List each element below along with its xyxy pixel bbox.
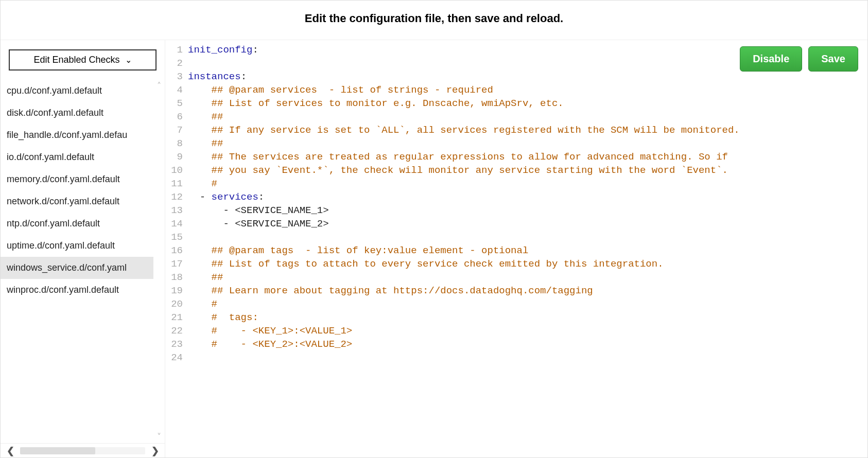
line-number: 5: [165, 97, 183, 110]
code-line[interactable]: ## @param services - list of strings - r…: [188, 83, 867, 97]
line-number: 6: [165, 110, 183, 124]
code-editor: Disable Save 123456789101112131415161718…: [165, 40, 867, 457]
file-item[interactable]: winproc.d/conf.yaml.default: [1, 279, 153, 301]
code-line[interactable]: [188, 231, 867, 244]
file-item[interactable]: memory.d/conf.yaml.default: [1, 168, 153, 190]
line-number: 13: [165, 204, 183, 217]
code-line[interactable]: ##: [188, 137, 867, 150]
line-number: 24: [165, 351, 183, 364]
code-line[interactable]: # tags:: [188, 311, 867, 324]
code-line[interactable]: - services:: [188, 190, 867, 204]
code-line[interactable]: ## Learn more about tagging at https://d…: [188, 284, 867, 297]
scrollbar-track[interactable]: [20, 447, 145, 454]
main-body: Edit Enabled Checks ⌄ cpu.d/conf.yaml.de…: [1, 40, 867, 457]
line-number: 1: [165, 43, 183, 57]
scroll-right-arrow[interactable]: ❯: [149, 445, 161, 456]
scroll-left-arrow[interactable]: ❮: [5, 445, 16, 456]
line-number: 10: [165, 164, 183, 177]
line-number: 11: [165, 177, 183, 190]
line-number: 12: [165, 190, 183, 204]
line-number: 20: [165, 297, 183, 311]
line-number-gutter: 123456789101112131415161718192021222324: [165, 43, 188, 457]
line-number: 23: [165, 338, 183, 351]
scroll-down-arrow[interactable]: ˅: [154, 432, 164, 441]
line-number: 21: [165, 311, 183, 324]
file-item[interactable]: ntp.d/conf.yaml.default: [1, 213, 153, 235]
code-line[interactable]: #: [188, 297, 867, 311]
line-number: 7: [165, 124, 183, 137]
app-container: Edit the configuration file, then save a…: [0, 0, 868, 458]
file-list-inner[interactable]: cpu.d/conf.yaml.defaultdisk.d/conf.yaml.…: [1, 80, 165, 443]
file-list: cpu.d/conf.yaml.defaultdisk.d/conf.yaml.…: [1, 80, 165, 443]
file-item[interactable]: network.d/conf.yaml.default: [1, 190, 153, 213]
line-number: 22: [165, 324, 183, 338]
dropdown-label: Edit Enabled Checks: [33, 55, 119, 65]
code-line[interactable]: ## The services are treated as regular e…: [188, 150, 867, 164]
line-number: 3: [165, 70, 183, 83]
line-number: 18: [165, 271, 183, 284]
save-button[interactable]: Save: [808, 46, 858, 72]
scrollbar-thumb[interactable]: [20, 447, 95, 454]
edit-enabled-checks-dropdown[interactable]: Edit Enabled Checks ⌄: [9, 49, 157, 71]
editor-actions: Disable Save: [740, 46, 858, 72]
code-area[interactable]: 123456789101112131415161718192021222324 …: [165, 40, 867, 457]
file-item[interactable]: windows_service.d/conf.yaml: [1, 257, 153, 279]
line-number: 15: [165, 231, 183, 244]
file-item[interactable]: uptime.d/conf.yaml.default: [1, 235, 153, 257]
code-line[interactable]: - <SERVICE_NAME_2>: [188, 217, 867, 231]
code-line[interactable]: ## If any service is set to `ALL`, all s…: [188, 124, 867, 137]
sidebar: Edit Enabled Checks ⌄ cpu.d/conf.yaml.de…: [1, 40, 165, 457]
line-number: 19: [165, 284, 183, 297]
code-line[interactable]: ##: [188, 110, 867, 124]
line-number: 9: [165, 150, 183, 164]
horizontal-scrollbar[interactable]: ❮ ❯: [1, 443, 165, 457]
line-number: 16: [165, 244, 183, 257]
line-number: 8: [165, 137, 183, 150]
code-line[interactable]: [188, 351, 867, 364]
code-line[interactable]: ## @param tags - list of key:value eleme…: [188, 244, 867, 257]
code-line[interactable]: #: [188, 177, 867, 190]
page-title: Edit the configuration file, then save a…: [1, 1, 867, 40]
line-number: 17: [165, 257, 183, 271]
file-item[interactable]: disk.d/conf.yaml.default: [1, 102, 153, 124]
code-line[interactable]: # - <KEY_1>:<VALUE_1>: [188, 324, 867, 338]
scroll-up-arrow[interactable]: ˄: [154, 81, 164, 90]
code-line[interactable]: ## List of tags to attach to every servi…: [188, 257, 867, 271]
line-number: 14: [165, 217, 183, 231]
file-item[interactable]: file_handle.d/conf.yaml.defau: [1, 124, 153, 146]
code-content[interactable]: init_config: instances: ## @param servic…: [188, 43, 867, 457]
file-item[interactable]: io.d/conf.yaml.default: [1, 146, 153, 168]
code-line[interactable]: ## you say `Event.*`, the check will mon…: [188, 164, 867, 177]
code-line[interactable]: instances:: [188, 70, 867, 83]
code-line[interactable]: ##: [188, 271, 867, 284]
code-line[interactable]: ## List of services to monitor e.g. Dnsc…: [188, 97, 867, 110]
code-line[interactable]: - <SERVICE_NAME_1>: [188, 204, 867, 217]
code-line[interactable]: # - <KEY_2>:<VALUE_2>: [188, 338, 867, 351]
chevron-down-icon: ⌄: [125, 55, 132, 65]
file-item[interactable]: cpu.d/conf.yaml.default: [1, 80, 153, 102]
disable-button[interactable]: Disable: [740, 46, 802, 72]
line-number: 2: [165, 57, 183, 70]
line-number: 4: [165, 83, 183, 97]
